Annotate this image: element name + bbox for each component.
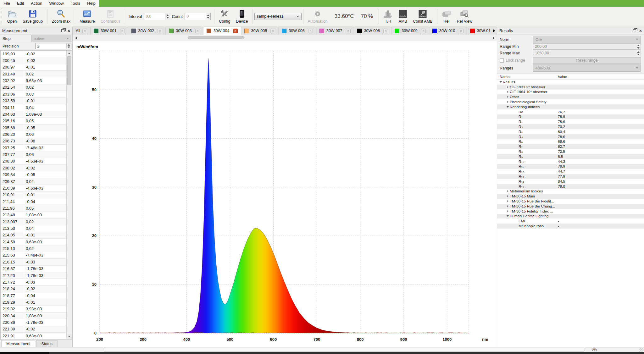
tree-row-tm-30-15-main[interactable]: TM-30-15 Main [497,194,644,199]
menu-item-edit[interactable]: Edit [14,0,27,7]
tree-row-melanopic-ratio[interactable]: Melanopic ratio- [497,224,644,229]
series-tab-30w-010[interactable]: 30W-010-× [429,27,467,35]
tree-row-r[interactable]: R₁₃77,9 [497,174,644,179]
const-amb-button[interactable]: Const AMB [410,8,436,24]
table-row[interactable]: 203,060,03 [1,91,66,97]
spectrum-svg[interactable]: 200300400500600700800900100001020304050m… [73,41,497,347]
close-tab-icon[interactable]: × [459,29,464,33]
tree-expand-icon[interactable] [505,91,510,93]
tree-row-tm-30-15-hue-bin-fidelit[interactable]: TM-30-15 Hue Bin Fidelit... [497,199,644,204]
close-tab-icon[interactable]: × [346,29,351,33]
table-row[interactable]: 204,110,04 [1,104,66,111]
table-row[interactable]: 213,530,04 [1,225,66,232]
tree-row-ra[interactable]: Ra76,7 [497,109,644,114]
table-row[interactable]: 199,93-0,02 [1,51,66,57]
close-tab-icon[interactable]: × [270,29,275,33]
tab-scroll-track[interactable] [78,35,491,41]
series-tab-30w-005[interactable]: 30W-005-× [241,27,279,35]
amb-button[interactable]: AMB [396,8,410,24]
tree-expand-icon[interactable] [505,195,510,197]
tree-row-r[interactable]: R₅78,6 [497,134,644,139]
table-row[interactable]: 216,15-0,03 [1,259,66,265]
tab-status[interactable]: Status [36,340,57,347]
menu-item-action[interactable]: Action [27,0,46,7]
close-tab-icon[interactable]: × [82,29,87,33]
close-panel-icon[interactable]: × [639,29,642,33]
scroll-down-icon[interactable] [67,334,72,339]
tree-row-r[interactable]: R₃73,2 [497,124,644,129]
tree-expand-icon[interactable] [505,86,510,88]
tree-row-cie-1964-10-observer[interactable]: CIE 1964 10° observer [497,90,644,95]
table-row[interactable]: 203,59-0,01 [1,98,66,104]
table-row[interactable]: 208,82-0,02 [1,165,66,171]
save-group-button[interactable]: Save group [20,8,46,24]
close-tab-icon[interactable]: × [120,29,125,33]
tree-row-r[interactable]: R₁₄84,5 [497,179,644,184]
tree-row-r[interactable]: R₉6,5 [497,154,644,159]
table-row[interactable]: 211,44-0,04 [1,198,66,205]
tree-row-r[interactable]: R₂78,6 [497,119,644,124]
tree-row-results[interactable]: Results [497,80,644,85]
device-button[interactable]: Device [233,8,251,24]
series-tab-30w-003[interactable]: 30W-003-× [166,27,203,35]
table-row[interactable]: 214,589,63e-03 [1,239,66,245]
precision-stepper[interactable]: 2 [35,43,71,49]
scroll-up-icon[interactable] [67,51,72,56]
count-spin-arrows[interactable] [206,13,210,20]
table-row[interactable]: 209,34-0,05 [1,171,66,178]
series-tab-30w-006[interactable]: 30W-006-× [279,27,316,35]
table-row[interactable]: 208,30-4,63e-03 [1,158,66,165]
tree-row-r[interactable]: R₁₅78,0 [497,184,644,189]
tree-row-r[interactable]: R₁₀44,3 [497,159,644,164]
tree-row-tm-30-15-fidelity-index[interactable]: TM-30-15 Fidelity Index ... [497,209,644,214]
tree-row-tm-30-15-hue-bin-chang[interactable]: TM-30-15 Hue Bin Chang... [497,204,644,209]
tree-expand-icon[interactable] [505,96,510,98]
table-row[interactable]: 207,770,06 [1,151,66,158]
interval-spin-arrows[interactable] [165,13,170,20]
close-tab-icon[interactable]: × [308,29,313,33]
close-tab-icon[interactable]: × [233,29,238,33]
tab-measurement[interactable]: Measurement [1,340,35,347]
tree-expand-icon[interactable] [505,200,510,202]
tree-expand-icon[interactable] [498,81,503,83]
tree-expand-icon[interactable] [505,205,510,207]
tree-row-metamerism-indices[interactable]: Metamerism Indices [497,189,644,194]
tree-expand-icon[interactable] [505,190,510,192]
table-row[interactable]: 211,960,05 [1,205,66,212]
menu-item-window[interactable]: Window [46,0,67,7]
menu-item-tools[interactable]: Tools [67,0,84,7]
tree-row-cie-1931-2-observer[interactable]: CIE 1931 2° observer [497,85,644,90]
table-row[interactable]: 200,45-0,02 [1,57,66,64]
tree-expand-icon[interactable] [505,101,510,103]
tree-row-r[interactable]: R₁₂44,7 [497,169,644,174]
tree-row-human-centric-lighting[interactable]: Human Centric Lighting [497,214,644,219]
table-row[interactable]: 200,97-0,01 [1,64,66,71]
scrollbar-thumb[interactable] [67,56,71,85]
table-row[interactable]: 207,25-7,48e-03 [1,145,66,151]
rel-view-button[interactable]: Rel View [454,8,475,24]
float-panel-icon[interactable] [61,29,64,32]
series-tab-30w-004[interactable]: 30W-004-× [203,27,241,35]
table-row[interactable]: 210,91-0,01 [1,192,66,198]
table-row[interactable]: 217,20-1,78e-03 [1,272,66,279]
tree-row-r[interactable]: R₇82,7 [497,144,644,149]
table-row[interactable]: 201,490,02 [1,71,66,77]
tree-row-r[interactable]: R₆68,6 [497,139,644,144]
config-button[interactable]: Config [216,8,233,24]
measurement-scrollbar[interactable] [66,51,72,339]
close-tab-icon[interactable]: × [158,29,162,33]
measure-button[interactable]: Measure [77,8,98,24]
series-tab-30w-01[interactable]: 30W-01 [467,27,497,35]
table-row[interactable]: 217,72-0,03 [1,279,66,285]
tree-expand-icon[interactable] [505,106,510,108]
table-row[interactable]: 214,05-0,01 [1,232,66,239]
table-row[interactable]: 206,73-0,08 [1,138,66,145]
tree-expand-icon[interactable] [505,210,510,213]
open-button[interactable]: Open [4,8,20,24]
tree-row-other[interactable]: Other [497,94,644,99]
tree-row-r[interactable]: R₁₁78,9 [497,164,644,169]
table-row[interactable]: 212,481,08e-03 [1,212,66,218]
series-tab-all[interactable]: All× [73,27,91,35]
tree-row-r[interactable]: R₁78,9 [497,114,644,119]
series-tab-30w-001[interactable]: 30W-001-× [91,27,128,35]
